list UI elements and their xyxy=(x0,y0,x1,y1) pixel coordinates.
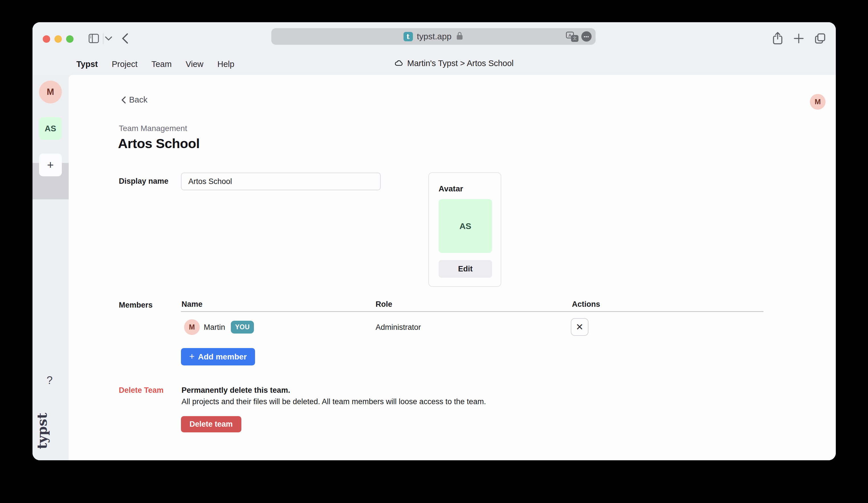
delete-team-button[interactable]: Delete team xyxy=(181,416,241,432)
menu-typst[interactable]: Typst xyxy=(76,60,98,69)
avatar-card-title: Avatar xyxy=(438,184,463,193)
column-header-actions: Actions xyxy=(572,300,600,309)
site-favicon: t xyxy=(403,32,413,41)
sidebar-item-team-artos-school[interactable]: AS xyxy=(39,117,62,140)
delete-warning-heading: Permanently delete this team. xyxy=(182,386,290,395)
browser-window: t typst.app A 文 ••• xyxy=(32,22,836,460)
edit-avatar-button[interactable]: Edit xyxy=(438,260,492,278)
team-avatar-preview: AS xyxy=(438,199,492,253)
breadcrumb[interactable]: Martin's Typst > Artos School xyxy=(394,57,514,70)
close-window-button[interactable] xyxy=(43,35,50,43)
close-icon: ✕ xyxy=(576,322,583,332)
display-name-input[interactable] xyxy=(181,172,381,190)
sidebar-toggle-icon[interactable] xyxy=(88,33,100,44)
toolbar-divider xyxy=(103,33,103,44)
member-avatar: M xyxy=(184,319,200,335)
tab-overview-icon[interactable] xyxy=(813,32,827,45)
remove-member-button[interactable]: ✕ xyxy=(571,318,588,336)
table-header-divider xyxy=(181,311,763,312)
help-button[interactable]: ? xyxy=(32,374,67,387)
minimize-window-button[interactable] xyxy=(54,35,62,43)
delete-warning-body: All projects and their files will be del… xyxy=(182,397,486,406)
back-link-label: Back xyxy=(129,95,147,105)
menu-help[interactable]: Help xyxy=(217,60,235,69)
plus-icon: + xyxy=(189,351,195,362)
add-member-label: Add member xyxy=(198,352,247,361)
browser-toolbar: t typst.app A 文 ••• xyxy=(32,22,836,75)
lock-icon xyxy=(456,31,463,42)
user-avatar[interactable]: M xyxy=(810,94,826,110)
member-role: Administrator xyxy=(375,323,421,332)
translate-icon[interactable]: A 文 xyxy=(566,31,578,42)
zoom-window-button[interactable] xyxy=(66,35,73,43)
display-name-label: Display name xyxy=(119,177,168,186)
members-label: Members xyxy=(119,301,153,310)
back-navigation-icon[interactable] xyxy=(121,33,129,44)
menu-team[interactable]: Team xyxy=(151,60,172,69)
url-text: typst.app xyxy=(417,32,452,41)
extension-menu-icon[interactable]: ••• xyxy=(581,31,592,42)
avatar-card: Avatar AS Edit xyxy=(428,172,501,287)
member-name: Martin xyxy=(204,323,225,332)
add-member-button[interactable]: + Add member xyxy=(181,348,255,365)
share-icon[interactable] xyxy=(771,31,785,45)
page-title: Artos School xyxy=(118,136,199,151)
column-header-name: Name xyxy=(182,300,203,309)
add-team-button[interactable]: + xyxy=(39,154,62,176)
chevron-down-icon[interactable] xyxy=(105,36,113,41)
app-menubar: Typst Project Team View Help xyxy=(76,57,234,71)
typst-logo: typst xyxy=(34,388,50,460)
delete-team-label: Delete Team xyxy=(119,386,164,395)
back-link[interactable]: Back xyxy=(121,95,147,105)
menu-project[interactable]: Project xyxy=(112,60,137,69)
breadcrumb-text: Martin's Typst > Artos School xyxy=(407,59,514,68)
cloud-icon xyxy=(394,59,404,67)
column-header-role: Role xyxy=(375,300,392,309)
you-badge: YOU xyxy=(231,321,254,334)
address-bar[interactable]: t typst.app A 文 ••• xyxy=(271,28,596,45)
new-tab-icon[interactable] xyxy=(792,32,805,45)
menu-view[interactable]: View xyxy=(186,60,203,69)
section-label: Team Management xyxy=(119,124,187,133)
sidebar-item-workspace-martin[interactable]: M xyxy=(39,81,62,103)
